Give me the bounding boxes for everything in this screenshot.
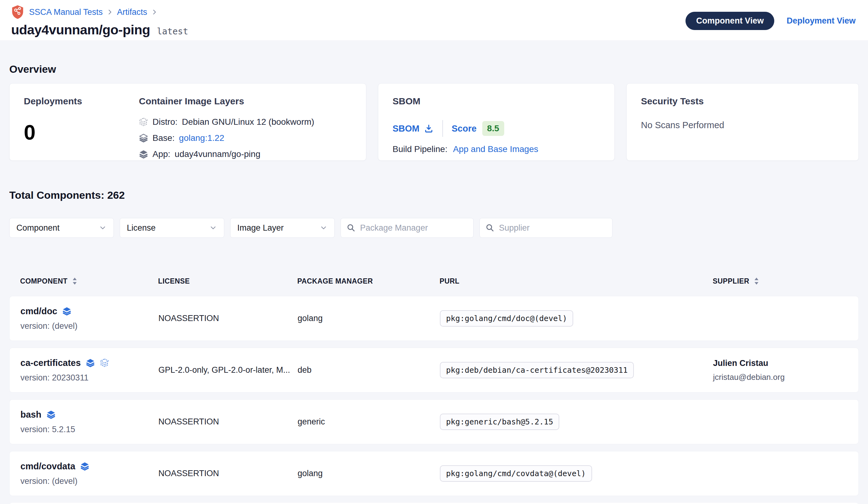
layer-value: Debian GNU/Linux 12 (bookworm) (182, 117, 314, 127)
component-filter-dropdown[interactable]: Component (9, 218, 114, 238)
sbom-download-link[interactable]: SBOM (393, 123, 434, 134)
build-pipeline-label: Build Pipeline: (393, 144, 447, 154)
dropdown-label: Image Layer (237, 223, 284, 233)
search-icon (485, 223, 495, 232)
view-toggle: Component View Deployment View (685, 12, 856, 30)
ssca-shield-logo-icon (11, 5, 24, 19)
layers-outline-icon (139, 117, 148, 127)
column-label: SUPPLIER (713, 277, 749, 285)
package-manager-search (341, 218, 474, 238)
component-view-button[interactable]: Component View (685, 12, 774, 30)
component-version: version: 20230311 (20, 373, 158, 383)
package-manager-search-input[interactable] (360, 223, 469, 233)
sort-icon[interactable] (72, 277, 77, 285)
layers-filled-icon (86, 358, 95, 367)
supplier-cell: Julien Cristaujcristau@debian.org (713, 359, 848, 382)
header-left: SSCA Manual Tests Artifacts uday4vunnam/… (11, 5, 188, 38)
deployments-block: Deployments 0 (24, 96, 139, 148)
license-filter-dropdown[interactable]: License (120, 218, 224, 238)
deployments-layers-card: Deployments 0 Container Image Layers Dis… (9, 83, 366, 161)
package-manager-cell: deb (298, 365, 440, 375)
sbom-title: SBOM (393, 96, 600, 107)
component-cell: ca-certificatesversion: 20230311 (20, 358, 158, 383)
layer-row-distro: Distro: Debian GNU/Linux 12 (bookworm) (139, 117, 314, 127)
component-version: version: 5.2.15 (20, 425, 158, 434)
purl-badge[interactable]: pkg:generic/bash@5.2.15 (440, 414, 559, 430)
page-title: uday4vunnam/go-ping (11, 22, 150, 38)
license-cell: GPL-2.0-only, GPL-2.0-or-later, M... (158, 365, 298, 375)
sbom-download-label: SBOM (393, 123, 420, 134)
layers-outline-icon (100, 358, 109, 367)
download-icon (424, 123, 434, 133)
layer-label: App: (153, 149, 170, 159)
component-version: version: (devel) (20, 321, 158, 331)
table-body: cmd/docversion: (devel)NOASSERTIONgolang… (9, 296, 859, 496)
layers-filled-icon (62, 306, 71, 316)
sbom-card: SBOM SBOM Score 8.5 Build Pipeline: App … (378, 83, 614, 161)
table-row[interactable]: bashversion: 5.2.15NOASSERTIONgenericpkg… (9, 399, 859, 444)
purl-cell: pkg:deb/debian/ca-certificates@20230311 (440, 362, 713, 378)
breadcrumb: SSCA Manual Tests Artifacts (11, 5, 188, 19)
table-row[interactable]: cmd/covdataversion: (devel)NOASSERTIONgo… (9, 451, 859, 496)
chevron-right-icon (106, 9, 113, 16)
deployment-view-button[interactable]: Deployment View (787, 16, 856, 26)
container-image-layers-title: Container Image Layers (139, 96, 314, 107)
breadcrumb-link-artifacts[interactable]: Artifacts (117, 8, 147, 17)
license-cell: NOASSERTION (158, 417, 298, 426)
build-pipeline-link[interactable]: App and Base Images (453, 144, 538, 154)
component-name: cmd/covdata (20, 461, 75, 472)
column-label: PACKAGE MANAGER (297, 277, 373, 285)
column-label: PURL (440, 277, 459, 285)
layer-label: Distro: (153, 117, 177, 127)
component-cell: cmd/covdataversion: (devel) (20, 461, 158, 486)
component-name: ca-certificates (20, 358, 81, 368)
component-version: version: (devel) (20, 476, 158, 486)
purl-badge[interactable]: pkg:deb/debian/ca-certificates@20230311 (440, 362, 634, 378)
column-header-package-manager: PACKAGE MANAGER (297, 277, 440, 285)
layer-label: Base: (153, 133, 175, 143)
build-pipeline-row: Build Pipeline: App and Base Images (393, 144, 600, 154)
component-cell: cmd/docversion: (devel) (20, 306, 158, 331)
column-header-supplier[interactable]: SUPPLIER (713, 277, 848, 285)
chevron-down-icon (209, 224, 217, 232)
purl-badge[interactable]: pkg:golang/cmd/doc@(devel) (440, 310, 573, 326)
page-header: SSCA Manual Tests Artifacts uday4vunnam/… (0, 0, 868, 40)
layer-row-app: App: uday4vunnam/go-ping (139, 149, 314, 159)
component-name: cmd/doc (20, 306, 57, 316)
column-header-purl: PURL (440, 277, 713, 285)
package-manager-cell: golang (298, 314, 440, 323)
purl-badge[interactable]: pkg:golang/cmd/covdata@(devel) (440, 465, 592, 482)
partial-next-row (9, 503, 859, 504)
overview-cards: Deployments 0 Container Image Layers Dis… (9, 83, 859, 161)
title-row: uday4vunnam/go-ping latest (11, 22, 188, 38)
breadcrumb-link-ssca-manual-tests[interactable]: SSCA Manual Tests (29, 8, 103, 17)
layers-filled-icon (139, 150, 148, 159)
column-header-license: LICENSE (158, 277, 297, 285)
layer-rows: Distro: Debian GNU/Linux 12 (bookworm) B… (139, 117, 314, 159)
artifact-tag-latest: latest (157, 26, 188, 37)
sort-icon[interactable] (754, 277, 759, 285)
layers-half-icon (139, 133, 148, 143)
column-header-component[interactable]: COMPONENT (20, 277, 158, 285)
components-table-header: COMPONENT LICENSE PACKAGE MANAGER PURL S… (9, 274, 859, 289)
component-cell: bashversion: 5.2.15 (20, 410, 158, 434)
layer-row-base: Base: golang:1.22 (139, 133, 314, 143)
license-cell: NOASSERTION (158, 469, 298, 478)
divider (442, 120, 443, 137)
package-manager-cell: generic (298, 417, 440, 426)
table-row[interactable]: ca-certificatesversion: 20230311GPL-2.0-… (9, 347, 859, 393)
chevron-right-icon (151, 9, 158, 16)
supplier-search-input[interactable] (499, 223, 609, 233)
component-name: bash (20, 410, 41, 420)
dropdown-label: Component (17, 223, 60, 233)
image-layer-filter-dropdown[interactable]: Image Layer (230, 218, 335, 238)
security-tests-card: Security Tests No Scans Performed (627, 83, 859, 161)
base-image-link[interactable]: golang:1.22 (179, 133, 224, 143)
search-icon (347, 223, 356, 232)
table-row[interactable]: cmd/docversion: (devel)NOASSERTIONgolang… (9, 296, 859, 341)
deployments-title: Deployments (24, 96, 139, 107)
deployments-count: 0 (24, 120, 139, 144)
layer-value: uday4vunnam/go-ping (175, 149, 260, 159)
license-cell: NOASSERTION (158, 314, 298, 323)
supplier-name: Julien Cristau (713, 359, 848, 368)
